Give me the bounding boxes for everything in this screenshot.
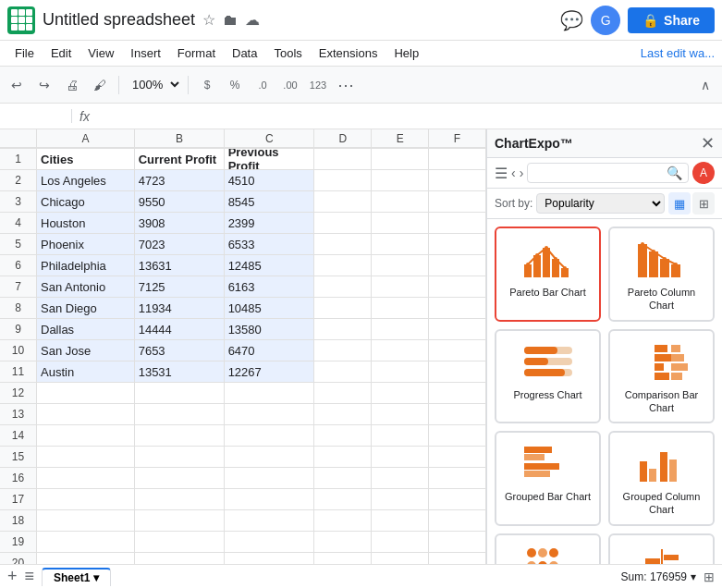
cell-c11[interactable]: 12267: [225, 361, 314, 382]
empty-cell[interactable]: [429, 425, 486, 446]
cell-c18[interactable]: [225, 510, 314, 531]
redo-button[interactable]: ↪: [31, 72, 57, 98]
empty-cell[interactable]: [429, 510, 486, 531]
cell-c14[interactable]: [225, 425, 314, 446]
nav-forward-button[interactable]: ›: [520, 165, 524, 180]
star-icon[interactable]: ☆: [202, 11, 215, 29]
empty-cell[interactable]: [372, 361, 429, 382]
cell-b8[interactable]: 11934: [135, 298, 225, 318]
panel-close-button[interactable]: ✕: [701, 135, 715, 152]
empty-cell[interactable]: [429, 404, 486, 424]
cell-c19[interactable]: [225, 532, 314, 552]
empty-cell[interactable]: [314, 234, 372, 254]
empty-cell[interactable]: [314, 383, 372, 403]
empty-cell[interactable]: [429, 489, 486, 509]
col-header-c[interactable]: C: [225, 129, 314, 148]
cell-b6[interactable]: 13631: [135, 255, 225, 276]
empty-cell[interactable]: [314, 340, 372, 361]
cell-c5[interactable]: 6533: [225, 234, 314, 254]
chart-card-sm-comparison[interactable]: SM Comparison Chart: [495, 533, 601, 564]
cell-c7[interactable]: 6163: [225, 276, 314, 297]
empty-cell[interactable]: [314, 489, 372, 509]
cell-a10[interactable]: San Jose: [37, 340, 135, 361]
cell-c10[interactable]: 6470: [225, 340, 314, 361]
empty-cell[interactable]: [372, 532, 429, 552]
cell-a7[interactable]: San Antonio: [37, 276, 135, 297]
empty-cell[interactable]: [429, 213, 486, 233]
menu-file[interactable]: File: [7, 43, 42, 64]
cell-b9[interactable]: 14444: [135, 319, 225, 339]
cell-b13[interactable]: [135, 404, 225, 424]
chart-card-pareto-bar[interactable]: Pareto Bar Chart: [495, 227, 601, 322]
empty-cell[interactable]: [314, 425, 372, 446]
empty-cell[interactable]: [429, 319, 486, 339]
collapse-toolbar-button[interactable]: ∧: [692, 72, 718, 98]
empty-cell[interactable]: [372, 383, 429, 403]
col-header-e[interactable]: E: [372, 129, 429, 148]
menu-edit[interactable]: Edit: [43, 43, 79, 64]
empty-cell[interactable]: [429, 553, 486, 564]
sort-select[interactable]: Popularity Name Recent: [536, 193, 665, 214]
undo-button[interactable]: ↩: [4, 72, 30, 98]
empty-cell[interactable]: [372, 489, 429, 509]
chart-card-grouped-col[interactable]: Grouped Column Chart: [608, 431, 715, 526]
cell-b10[interactable]: 7653: [135, 340, 225, 361]
cell-a9[interactable]: Dallas: [37, 319, 135, 339]
cell-a8[interactable]: San Diego: [37, 298, 135, 318]
empty-cell[interactable]: [372, 447, 429, 467]
empty-cell[interactable]: [429, 276, 486, 297]
zoom-selector[interactable]: 100%: [125, 75, 182, 94]
empty-cell[interactable]: [372, 191, 429, 212]
empty-cell[interactable]: [372, 425, 429, 446]
cell-c1[interactable]: Previous Profit: [225, 149, 314, 169]
empty-cell[interactable]: [314, 213, 372, 233]
cell-b5[interactable]: 7023: [135, 234, 225, 254]
empty-cell[interactable]: [429, 170, 486, 190]
cell-a14[interactable]: [37, 425, 135, 446]
currency-button[interactable]: $: [194, 72, 220, 98]
add-sheet-button[interactable]: +: [7, 567, 18, 586]
cell-a16[interactable]: [37, 468, 135, 488]
cell-c13[interactable]: [225, 404, 314, 424]
cell-c9[interactable]: 13580: [225, 319, 314, 339]
empty-cell[interactable]: [372, 553, 429, 564]
col-header-f[interactable]: F: [429, 129, 486, 148]
sheet-list-button[interactable]: ≡: [25, 567, 35, 586]
cell-b4[interactable]: 3908: [135, 213, 225, 233]
folder-icon[interactable]: 🖿: [223, 12, 238, 29]
empty-cell[interactable]: [314, 532, 372, 552]
cell-a12[interactable]: [37, 383, 135, 403]
empty-cell[interactable]: [372, 510, 429, 531]
menu-lines-icon[interactable]: ☰: [495, 165, 508, 182]
empty-cell[interactable]: [429, 383, 486, 403]
cell-c20[interactable]: [225, 553, 314, 564]
cloud-icon[interactable]: ☁: [245, 11, 260, 29]
col-header-d[interactable]: D: [314, 129, 372, 148]
cell-c12[interactable]: [225, 383, 314, 403]
percent-button[interactable]: %: [222, 72, 248, 98]
cell-b16[interactable]: [135, 468, 225, 488]
empty-cell[interactable]: [429, 191, 486, 212]
empty-cell[interactable]: [314, 510, 372, 531]
cell-a13[interactable]: [37, 404, 135, 424]
last-edit-link[interactable]: Last edit wa...: [641, 46, 715, 60]
chart-card-pareto-col[interactable]: Pareto Column Chart: [608, 227, 715, 322]
print-button[interactable]: 🖨: [59, 72, 85, 98]
cell-b1[interactable]: Current Profit: [135, 149, 225, 169]
chart-card-grouped-bar[interactable]: Grouped Bar Chart: [495, 431, 601, 526]
chart-card-comparison-bar[interactable]: Comparison Bar Chart: [608, 329, 715, 424]
cell-reference-input[interactable]: A2:A11: [7, 109, 72, 123]
add-column-button[interactable]: ⊞: [704, 570, 715, 584]
list-view-button[interactable]: ▦: [668, 192, 691, 214]
cell-a3[interactable]: Chicago: [37, 191, 135, 212]
empty-cell[interactable]: [372, 255, 429, 276]
menu-view[interactable]: View: [80, 43, 121, 64]
decimal-increase-button[interactable]: .00: [277, 72, 303, 98]
empty-cell[interactable]: [314, 255, 372, 276]
cell-b18[interactable]: [135, 510, 225, 531]
empty-cell[interactable]: [429, 468, 486, 488]
empty-cell[interactable]: [314, 553, 372, 564]
cell-b19[interactable]: [135, 532, 225, 552]
cell-b14[interactable]: [135, 425, 225, 446]
cell-b12[interactable]: [135, 383, 225, 403]
